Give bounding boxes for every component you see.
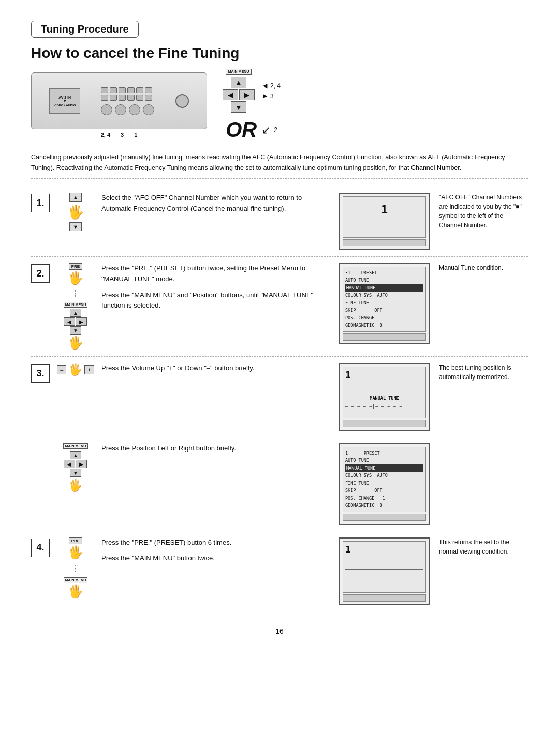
step-1-screen-inner: 1 bbox=[343, 196, 426, 238]
remote-knob bbox=[175, 94, 189, 108]
remote-buttons bbox=[101, 87, 154, 101]
step-2-screen-inner: •1 PRESET AUTO TUNE MANUAL TUNE COLOUR S… bbox=[343, 267, 426, 332]
step-3a-row: 3. – 🖐 + Press the Volume Up "+" or Down… bbox=[31, 356, 528, 437]
step-3b-preset-menu: 1 PRESET AUTO TUNE MANUAL TUNE COLOUR SY… bbox=[345, 449, 423, 510]
step-3-tuning-bar: – – – – –|– – – – – bbox=[345, 403, 423, 409]
or-arrow-row: ↙ 2 bbox=[262, 124, 277, 136]
step-2-screen: •1 PRESET AUTO TUNE MANUAL TUNE COLOUR S… bbox=[339, 263, 430, 344]
step-1-note: "AFC OFF" Channel Numbers are indicated … bbox=[435, 193, 528, 230]
step-3b-tv-bottom bbox=[343, 514, 426, 521]
or-section: MAIN MENU ▲ ◀ ▶ ▼ ◀ 2, 4 ▶ 3 bbox=[223, 69, 281, 141]
tuning-badge: Tuning Procedure bbox=[31, 21, 139, 38]
step-3-manual-tune: MANUAL TUNE bbox=[345, 396, 423, 401]
step-3b-row: MAIN MENU ▲ ◀ ▶ ▼ 🖐 Press the Position L… bbox=[31, 437, 528, 531]
step-1-num: 1. bbox=[31, 194, 50, 212]
pre-label: PRE bbox=[69, 263, 82, 270]
step-1-text: Select the "AFC OFF" Channel Number whic… bbox=[101, 193, 334, 214]
step-3a-icons: – 🖐 + bbox=[55, 363, 96, 376]
steps-section: 1. ▲ 🖐 ▼ Select the "AFC OFF" Channel Nu… bbox=[31, 186, 528, 612]
main-title: How to cancel the Fine Tuning bbox=[31, 45, 528, 62]
step-1-channel: 1 bbox=[345, 203, 423, 216]
arrow-label-3: ▶ 3 bbox=[263, 93, 281, 100]
step-2-note: Manual Tune condition. bbox=[435, 263, 528, 272]
remote-labels: 2, 4 3 1 bbox=[101, 132, 138, 138]
step-2-tv-bottom bbox=[343, 333, 426, 341]
preset-menu: •1 PRESET AUTO TUNE MANUAL TUNE COLOUR S… bbox=[345, 269, 423, 329]
step-2-num: 2. bbox=[31, 264, 50, 283]
step-1-row: 1. ▲ 🖐 ▼ Select the "AFC OFF" Channel Nu… bbox=[31, 186, 528, 256]
label-3: 3 bbox=[121, 132, 124, 138]
step-2-icons: PRE 🖐 MAIN MENU ▲ ◀ ▶ ▼ 🖐 bbox=[55, 263, 96, 350]
step-4-icons: PRE 🖐 MAIN MENU 🖐 bbox=[55, 537, 96, 599]
remote-diagram: AV 2 IN▼VIDEO / AUDIO bbox=[31, 72, 207, 138]
badge-text: Tuning Procedure bbox=[41, 23, 129, 35]
step-3b-icons: MAIN MENU ▲ ◀ ▶ ▼ 🖐 bbox=[55, 443, 96, 492]
remote-or-section: AV 2 IN▼VIDEO / AUDIO bbox=[31, 69, 528, 147]
label-1: 1 bbox=[134, 132, 137, 138]
step-1-icons: ▲ 🖐 ▼ bbox=[55, 193, 96, 231]
label-24: 2, 4 bbox=[101, 132, 110, 138]
step-3a-screen: 1 MANUAL TUNE – – – – –|– – – – – bbox=[339, 363, 430, 431]
step-4-pre-label: PRE bbox=[69, 537, 82, 544]
step-3b-text: Press the Position Left or Right button … bbox=[101, 443, 334, 454]
step-4-text: Press the "PRE." (PRESET) button 6 times… bbox=[101, 537, 334, 564]
step-3b-screen: 1 PRESET AUTO TUNE MANUAL TUNE COLOUR SY… bbox=[339, 443, 430, 525]
step-3a-text: Press the Volume Up "+" or Down "–" butt… bbox=[101, 363, 334, 374]
step-3-num: 3. bbox=[31, 364, 50, 383]
step-3a-tv-bottom bbox=[343, 420, 426, 427]
remote-image: AV 2 IN▼VIDEO / AUDIO bbox=[31, 72, 207, 129]
step-1-tv-bottom bbox=[343, 239, 426, 246]
remote-display: AV 2 IN▼VIDEO / AUDIO bbox=[49, 88, 80, 114]
step-3a-screen-inner: 1 MANUAL TUNE – – – – –|– – – – – bbox=[343, 367, 426, 418]
step-4-num: 4. bbox=[31, 539, 50, 557]
page-number: 16 bbox=[31, 627, 528, 635]
step-4-note: This returns the set to the normal viewi… bbox=[435, 537, 528, 556]
step-3b-screen-inner: 1 PRESET AUTO TUNE MANUAL TUNE COLOUR SY… bbox=[343, 447, 426, 512]
nav-block: MAIN MENU ▲ ◀ ▶ ▼ ◀ 2, 4 ▶ 3 bbox=[223, 69, 281, 113]
description-text: Cancelling previously adjusted (manually… bbox=[31, 152, 528, 179]
step-2-text: Press the "PRE." (PRESET) button twice, … bbox=[101, 263, 334, 311]
arrow-label-24: ◀ 2, 4 bbox=[263, 82, 281, 90]
step-2-row: 2. PRE 🖐 MAIN MENU ▲ ◀ ▶ bbox=[31, 256, 528, 356]
or-text: OR bbox=[226, 118, 257, 141]
step-4-screen: 1 bbox=[339, 537, 430, 605]
or-row: OR ↙ 2 bbox=[226, 118, 277, 141]
step-4-row: 4. PRE 🖐 MAIN MENU 🖐 Press the "PRE." (P… bbox=[31, 531, 528, 612]
step-3a-note: The best tuning position is automaticall… bbox=[435, 363, 528, 382]
step-4-tv-bottom bbox=[343, 594, 426, 602]
step-1-screen: 1 bbox=[339, 193, 430, 250]
step-3-channel: 1 bbox=[345, 369, 423, 380]
step-4-screen-inner: 1 bbox=[343, 541, 426, 593]
